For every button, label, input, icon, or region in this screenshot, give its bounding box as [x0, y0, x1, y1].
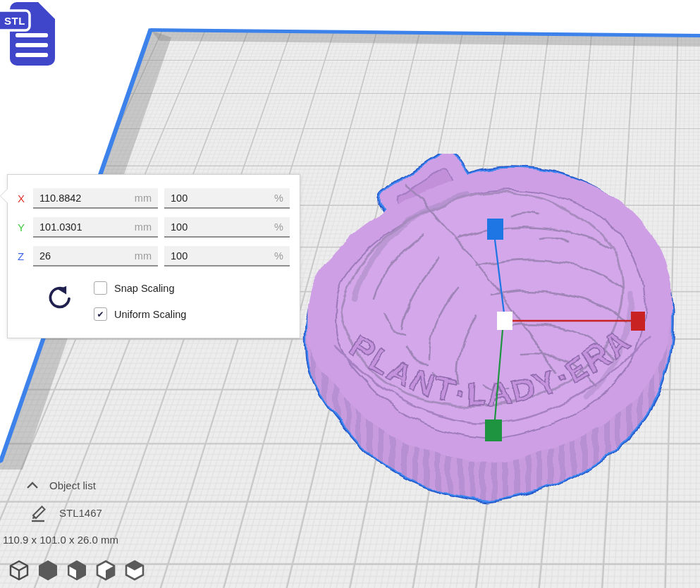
uniform-scaling-option[interactable]: ✔ Uniform Scaling: [94, 307, 186, 321]
view-selector-toolbar: [7, 558, 147, 583]
model-plant-lady-era-mold[interactable]: PLANT·LADY·ERA: [300, 154, 684, 510]
stl-file-icon: STL: [0, 0, 63, 70]
scale-row-x: X 110.8842 mm 100 %: [18, 188, 290, 209]
object-list-item[interactable]: STL1467: [30, 503, 118, 522]
3d-viewport[interactable]: PLANT·LADY·ERA STL: [0, 0, 700, 588]
y-size-input[interactable]: 101.0301 mm: [33, 217, 158, 238]
y-percent-input[interactable]: 100 %: [164, 217, 290, 238]
z-percent-value: 100: [171, 250, 188, 262]
z-percent-unit: %: [274, 250, 283, 262]
y-scale-handle[interactable]: [485, 419, 502, 441]
view-right-button[interactable]: [123, 558, 147, 583]
y-percent-value: 100: [171, 221, 188, 233]
z-size-input[interactable]: 26 mm: [33, 246, 158, 267]
x-percent-unit: %: [274, 192, 283, 204]
x-size-value: 110.8842: [39, 192, 81, 204]
view-top-button[interactable]: [65, 558, 89, 583]
snap-scaling-checkbox[interactable]: [94, 281, 107, 295]
object-dimensions: 110.9 x 101.0 x 26.0 mm: [3, 534, 118, 546]
x-percent-value: 100: [171, 192, 188, 204]
snap-scaling-label: Snap Scaling: [114, 283, 174, 294]
pencil-icon: [30, 503, 49, 522]
object-list-header[interactable]: Object list: [25, 479, 118, 491]
cube-3d-view-icon: [8, 559, 30, 582]
y-percent-unit: %: [274, 221, 283, 233]
object-list-title: Object list: [49, 479, 96, 491]
z-size-unit: mm: [135, 250, 152, 262]
y-size-value: 101.0301: [39, 221, 82, 233]
object-name: STL1467: [59, 507, 102, 519]
scale-row-z: Z 26 mm 100 %: [18, 246, 290, 267]
snap-scaling-option[interactable]: Snap Scaling: [94, 281, 174, 295]
reset-arrow-icon: [44, 284, 73, 312]
y-axis-label: Y: [18, 221, 33, 233]
z-size-value: 26: [39, 250, 51, 262]
panel-pointer: [1, 189, 8, 203]
z-axis-label: Z: [18, 250, 33, 262]
stl-file-card: STL: [0, 0, 63, 70]
x-axis-label: X: [18, 192, 33, 204]
z-scale-handle[interactable]: [487, 219, 503, 240]
view-3d-button[interactable]: [7, 558, 31, 583]
reset-scale-button[interactable]: [44, 284, 73, 312]
mold-body[interactable]: PLANT·LADY·ERA: [307, 154, 672, 501]
cube-front-view-icon: [66, 559, 88, 582]
view-front-button[interactable]: [36, 558, 60, 583]
object-list-panel: Object list STL1467 110.9 x 101.0 x 26.0…: [0, 479, 118, 546]
x-scale-handle[interactable]: [631, 312, 645, 331]
z-percent-input[interactable]: 100 %: [164, 246, 290, 267]
view-left-button[interactable]: [94, 558, 118, 583]
scale-row-y: Y 101.0301 mm 100 %: [18, 217, 290, 238]
center-scale-handle[interactable]: [497, 312, 512, 330]
x-size-unit: mm: [135, 192, 152, 204]
cube-solid-view-icon: [37, 559, 59, 582]
x-percent-input[interactable]: 100 %: [164, 188, 290, 209]
cube-top-view-icon: [123, 559, 146, 582]
chevron-up-icon: [25, 481, 39, 490]
scale-tool-panel: X 110.8842 mm 100 % Y 101.0301 mm 100: [7, 174, 300, 338]
cube-left-view-icon: [94, 559, 117, 582]
x-size-input[interactable]: 110.8842 mm: [33, 188, 158, 209]
y-size-unit: mm: [135, 221, 152, 233]
stl-badge-label: STL: [4, 15, 25, 27]
uniform-scaling-checkbox[interactable]: ✔: [94, 307, 107, 321]
uniform-scaling-label: Uniform Scaling: [114, 309, 186, 320]
